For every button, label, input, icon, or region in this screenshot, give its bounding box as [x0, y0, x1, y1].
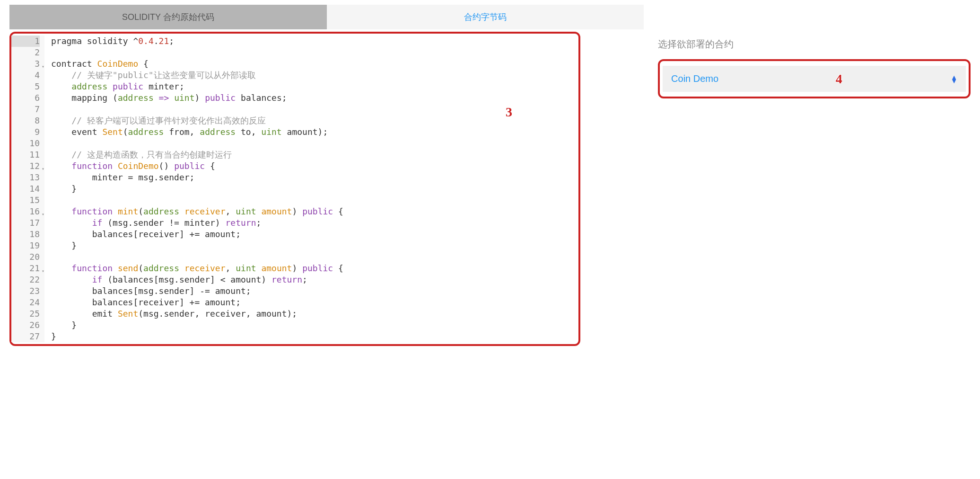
gutter-line: 16 — [11, 206, 40, 217]
tabs: SOLIDITY 合约原始代码 合约字节码 — [9, 5, 644, 29]
gutter-line: 5 — [11, 81, 40, 92]
code-line[interactable]: // 轻客户端可以通过事件针对变化作出高效的反应 — [51, 115, 578, 126]
code-line[interactable]: minter = msg.sender; — [51, 172, 578, 183]
tab-solidity-source[interactable]: SOLIDITY 合约原始代码 — [9, 5, 327, 29]
code-line[interactable]: balances[receiver] += amount; — [51, 297, 578, 308]
editor-gutter: 1234567891011121314151617181920212223242… — [11, 35, 44, 342]
contract-select-value: Coin Demo — [671, 73, 718, 84]
gutter-line: 25 — [11, 308, 40, 319]
gutter-line: 4 — [11, 70, 40, 81]
code-line[interactable]: function mint(address receiver, uint amo… — [51, 206, 578, 217]
gutter-line: 27 — [11, 331, 40, 342]
code-line[interactable]: // 关键字"public"让这些变量可以从外部读取 — [51, 70, 578, 81]
code-line[interactable]: } — [51, 319, 578, 331]
gutter-line: 3 — [11, 58, 40, 70]
code-line[interactable]: mapping (address => uint) public balance… — [51, 92, 578, 104]
contract-select-label: 选择欲部署的合约 — [658, 38, 971, 51]
gutter-line: 9 — [11, 126, 40, 138]
gutter-line: 6 — [11, 92, 40, 104]
code-line[interactable]: function CoinDemo() public { — [51, 160, 578, 172]
code-line[interactable]: balances[msg.sender] -= amount; — [51, 285, 578, 297]
code-line[interactable] — [51, 195, 578, 206]
code-line[interactable]: emit Sent(msg.sender, receiver, amount); — [51, 308, 578, 319]
gutter-line: 14 — [11, 183, 40, 195]
code-line[interactable]: balances[receiver] += amount; — [51, 229, 578, 240]
code-line[interactable]: // 这是构造函数，只有当合约创建时运行 — [51, 149, 578, 160]
contract-select[interactable]: Coin Demo ▲▼ — [663, 66, 966, 92]
tab-bytecode[interactable]: 合约字节码 — [327, 5, 644, 29]
gutter-line: 17 — [11, 217, 40, 229]
code-line[interactable]: } — [51, 240, 578, 251]
gutter-line: 19 — [11, 240, 40, 251]
gutter-line: 26 — [11, 319, 40, 331]
code-line[interactable] — [51, 47, 578, 58]
gutter-line: 21 — [11, 263, 40, 274]
gutter-line: 11 — [11, 149, 40, 160]
code-line[interactable] — [51, 138, 578, 149]
gutter-line: 23 — [11, 285, 40, 297]
code-line[interactable]: event Sent(address from, address to, uin… — [51, 126, 578, 138]
contract-select-highlight: 4 Coin Demo ▲▼ — [658, 59, 971, 98]
code-line[interactable]: } — [51, 183, 578, 195]
code-line[interactable] — [51, 104, 578, 115]
callout-marker-4: 4 — [836, 71, 842, 87]
gutter-line: 20 — [11, 251, 40, 263]
code-editor[interactable]: 3 12345678910111213141516171819202122232… — [9, 32, 580, 346]
code-line[interactable]: if (msg.sender != minter) return; — [51, 217, 578, 229]
code-line[interactable] — [51, 251, 578, 263]
gutter-line: 15 — [11, 195, 40, 206]
code-line[interactable]: pragma solidity ^0.4.21; — [51, 35, 578, 47]
code-line[interactable]: } — [51, 331, 578, 342]
editor-code[interactable]: pragma solidity ^0.4.21; contract CoinDe… — [44, 35, 578, 342]
gutter-line: 10 — [11, 138, 40, 149]
gutter-line: 2 — [11, 47, 40, 58]
code-line[interactable]: if (balances[msg.sender] < amount) retur… — [51, 274, 578, 285]
gutter-line: 13 — [11, 172, 40, 183]
code-line[interactable]: address public minter; — [51, 81, 578, 92]
gutter-line: 22 — [11, 274, 40, 285]
gutter-line: 18 — [11, 229, 40, 240]
gutter-line: 12 — [11, 160, 40, 172]
callout-marker-3: 3 — [506, 105, 512, 120]
gutter-line: 24 — [11, 297, 40, 308]
gutter-line: 7 — [11, 104, 40, 115]
select-arrows-icon: ▲▼ — [951, 75, 957, 83]
code-line[interactable]: contract CoinDemo { — [51, 58, 578, 70]
code-line[interactable]: function send(address receiver, uint amo… — [51, 263, 578, 274]
gutter-line: 8 — [11, 115, 40, 126]
gutter-line: 1 — [11, 35, 40, 47]
